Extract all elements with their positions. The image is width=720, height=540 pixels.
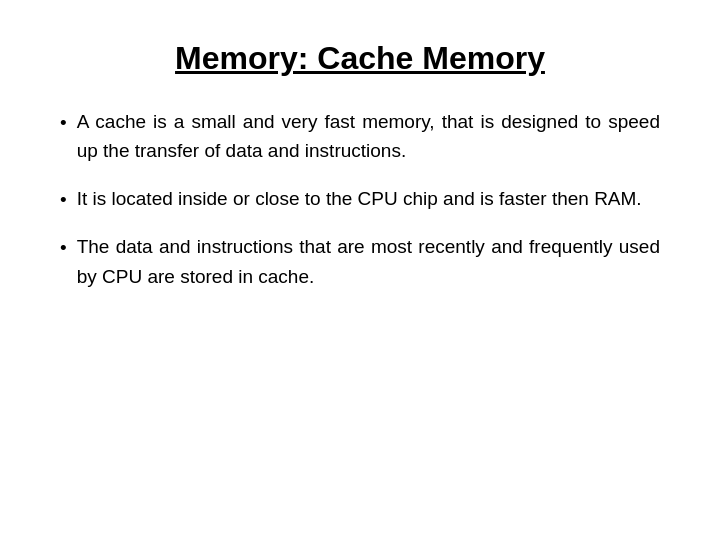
bullet-item-3: • The data and instructions that are mos… [60, 232, 660, 291]
bullet-item-1: • A cache is a small and very fast memor… [60, 107, 660, 166]
bullet-dot-3: • [60, 233, 67, 262]
bullet-text-3: The data and instructions that are most … [77, 232, 660, 291]
bullet-dot-2: • [60, 185, 67, 214]
bullet-text-2: It is located inside or close to the CPU… [77, 184, 660, 213]
slide-content: • A cache is a small and very fast memor… [60, 107, 660, 309]
bullet-item-2: • It is located inside or close to the C… [60, 184, 660, 214]
bullet-list: • A cache is a small and very fast memor… [60, 107, 660, 291]
slide-container: Memory: Cache Memory • A cache is a smal… [0, 0, 720, 540]
bullet-dot-1: • [60, 108, 67, 137]
bullet-text-1: A cache is a small and very fast memory,… [77, 107, 660, 166]
slide-title: Memory: Cache Memory [175, 40, 545, 77]
